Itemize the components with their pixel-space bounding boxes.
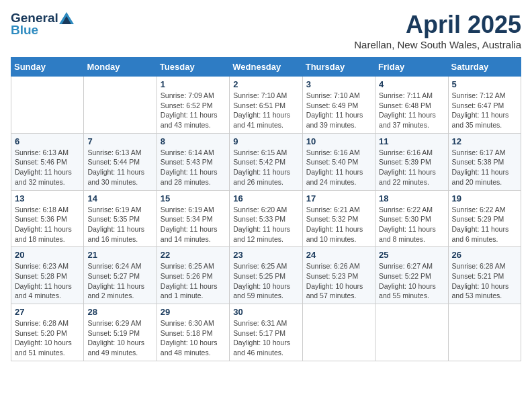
day-info: Sunrise: 6:28 AMSunset: 5:21 PMDaylight:… (452, 261, 517, 301)
calendar: SundayMondayTuesdayWednesdayThursdayFrid… (11, 57, 521, 361)
day-number: 13 (15, 193, 80, 203)
day-number: 14 (87, 193, 152, 203)
day-number: 19 (452, 193, 517, 203)
day-info: Sunrise: 6:20 AMSunset: 5:33 PMDaylight:… (233, 205, 298, 244)
week-row-3: 13Sunrise: 6:18 AMSunset: 5:36 PMDayligh… (11, 190, 521, 247)
calendar-cell: 14Sunrise: 6:19 AMSunset: 5:35 PMDayligh… (84, 190, 157, 247)
weekday-header-monday: Monday (84, 58, 157, 77)
week-row-4: 20Sunrise: 6:23 AMSunset: 5:28 PMDayligh… (11, 247, 521, 304)
calendar-cell: 2Sunrise: 7:10 AMSunset: 6:51 PMDaylight… (230, 77, 302, 134)
day-info: Sunrise: 6:24 AMSunset: 5:27 PMDaylight:… (87, 261, 152, 301)
subtitle: Narellan, New South Wales, Australia (354, 39, 521, 50)
title-area: April 2025 Narellan, New South Wales, Au… (354, 11, 521, 50)
calendar-cell: 1Sunrise: 7:09 AMSunset: 6:52 PMDaylight… (157, 77, 229, 134)
calendar-cell: 29Sunrise: 6:30 AMSunset: 5:18 PMDayligh… (157, 304, 229, 361)
day-info: Sunrise: 6:31 AMSunset: 5:17 PMDaylight:… (233, 318, 298, 358)
calendar-cell: 30Sunrise: 6:31 AMSunset: 5:17 PMDayligh… (230, 304, 302, 361)
calendar-cell: 13Sunrise: 6:18 AMSunset: 5:36 PMDayligh… (11, 190, 84, 247)
weekday-header-friday: Friday (375, 58, 448, 77)
calendar-cell (302, 304, 375, 361)
weekday-header-tuesday: Tuesday (157, 58, 229, 77)
calendar-cell: 18Sunrise: 6:22 AMSunset: 5:30 PMDayligh… (375, 190, 448, 247)
day-info: Sunrise: 6:16 AMSunset: 5:39 PMDaylight:… (379, 148, 444, 187)
calendar-cell: 9Sunrise: 6:15 AMSunset: 5:42 PMDaylight… (230, 133, 302, 190)
day-number: 21 (87, 250, 152, 260)
week-row-2: 6Sunrise: 6:13 AMSunset: 5:46 PMDaylight… (11, 133, 521, 190)
day-number: 29 (161, 307, 226, 317)
day-number: 20 (15, 250, 80, 260)
day-number: 12 (452, 136, 517, 146)
calendar-cell: 10Sunrise: 6:16 AMSunset: 5:40 PMDayligh… (302, 133, 375, 190)
calendar-cell (375, 304, 448, 361)
day-info: Sunrise: 6:30 AMSunset: 5:18 PMDaylight:… (161, 318, 226, 358)
calendar-cell: 24Sunrise: 6:26 AMSunset: 5:23 PMDayligh… (302, 247, 375, 304)
day-info: Sunrise: 6:13 AMSunset: 5:46 PMDaylight:… (15, 148, 80, 187)
day-info: Sunrise: 6:13 AMSunset: 5:44 PMDaylight:… (87, 148, 152, 187)
calendar-cell: 21Sunrise: 6:24 AMSunset: 5:27 PMDayligh… (84, 247, 157, 304)
day-number: 22 (161, 250, 226, 260)
day-number: 25 (379, 250, 444, 260)
day-info: Sunrise: 6:27 AMSunset: 5:22 PMDaylight:… (379, 261, 444, 301)
calendar-cell: 25Sunrise: 6:27 AMSunset: 5:22 PMDayligh… (375, 247, 448, 304)
day-info: Sunrise: 7:11 AMSunset: 6:48 PMDaylight:… (379, 91, 444, 130)
calendar-cell (84, 77, 157, 134)
day-number: 17 (306, 193, 371, 203)
weekday-header-sunday: Sunday (11, 58, 84, 77)
day-info: Sunrise: 6:19 AMSunset: 5:34 PMDaylight:… (161, 205, 226, 244)
calendar-cell: 20Sunrise: 6:23 AMSunset: 5:28 PMDayligh… (11, 247, 84, 304)
day-info: Sunrise: 6:22 AMSunset: 5:30 PMDaylight:… (379, 205, 444, 244)
header: General Blue April 2025 Narellan, New So… (11, 11, 521, 50)
day-number: 30 (233, 307, 298, 317)
calendar-cell: 4Sunrise: 7:11 AMSunset: 6:48 PMDaylight… (375, 77, 448, 134)
day-info: Sunrise: 7:10 AMSunset: 6:49 PMDaylight:… (306, 91, 371, 130)
calendar-cell: 19Sunrise: 6:22 AMSunset: 5:29 PMDayligh… (448, 190, 521, 247)
day-number: 28 (87, 307, 152, 317)
day-info: Sunrise: 6:14 AMSunset: 5:43 PMDaylight:… (161, 148, 226, 187)
day-number: 10 (306, 136, 371, 146)
logo-icon (59, 12, 74, 24)
calendar-cell: 22Sunrise: 6:25 AMSunset: 5:26 PMDayligh… (157, 247, 229, 304)
day-number: 3 (306, 79, 371, 89)
calendar-cell: 28Sunrise: 6:29 AMSunset: 5:19 PMDayligh… (84, 304, 157, 361)
day-info: Sunrise: 7:09 AMSunset: 6:52 PMDaylight:… (161, 91, 226, 130)
weekday-header-wednesday: Wednesday (230, 58, 302, 77)
day-number: 15 (161, 193, 226, 203)
day-number: 2 (233, 79, 298, 89)
calendar-cell: 7Sunrise: 6:13 AMSunset: 5:44 PMDaylight… (84, 133, 157, 190)
day-number: 1 (161, 79, 226, 89)
calendar-cell (448, 304, 521, 361)
calendar-cell: 17Sunrise: 6:21 AMSunset: 5:32 PMDayligh… (302, 190, 375, 247)
day-info: Sunrise: 6:28 AMSunset: 5:20 PMDaylight:… (15, 318, 80, 358)
day-number: 16 (233, 193, 298, 203)
day-number: 11 (379, 136, 444, 146)
week-row-5: 27Sunrise: 6:28 AMSunset: 5:20 PMDayligh… (11, 304, 521, 361)
day-info: Sunrise: 6:25 AMSunset: 5:26 PMDaylight:… (161, 261, 226, 301)
day-number: 6 (15, 136, 80, 146)
main-title: April 2025 (354, 11, 521, 39)
calendar-cell: 27Sunrise: 6:28 AMSunset: 5:20 PMDayligh… (11, 304, 84, 361)
day-info: Sunrise: 6:29 AMSunset: 5:19 PMDaylight:… (87, 318, 152, 358)
calendar-cell: 6Sunrise: 6:13 AMSunset: 5:46 PMDaylight… (11, 133, 84, 190)
calendar-cell: 15Sunrise: 6:19 AMSunset: 5:34 PMDayligh… (157, 190, 229, 247)
day-info: Sunrise: 6:15 AMSunset: 5:42 PMDaylight:… (233, 148, 298, 187)
day-number: 27 (15, 307, 80, 317)
calendar-cell (11, 77, 84, 134)
day-info: Sunrise: 7:12 AMSunset: 6:47 PMDaylight:… (452, 91, 517, 130)
day-number: 4 (379, 79, 444, 89)
day-number: 24 (306, 250, 371, 260)
day-number: 9 (233, 136, 298, 146)
day-number: 23 (233, 250, 298, 260)
day-number: 7 (87, 136, 152, 146)
day-number: 5 (452, 79, 517, 89)
day-info: Sunrise: 6:21 AMSunset: 5:32 PMDaylight:… (306, 205, 371, 244)
day-info: Sunrise: 6:23 AMSunset: 5:28 PMDaylight:… (15, 261, 80, 301)
day-info: Sunrise: 6:19 AMSunset: 5:35 PMDaylight:… (87, 205, 152, 244)
calendar-cell: 26Sunrise: 6:28 AMSunset: 5:21 PMDayligh… (448, 247, 521, 304)
calendar-cell: 5Sunrise: 7:12 AMSunset: 6:47 PMDaylight… (448, 77, 521, 134)
calendar-cell: 8Sunrise: 6:14 AMSunset: 5:43 PMDaylight… (157, 133, 229, 190)
weekday-header-thursday: Thursday (302, 58, 375, 77)
day-info: Sunrise: 7:10 AMSunset: 6:51 PMDaylight:… (233, 91, 298, 130)
day-info: Sunrise: 6:18 AMSunset: 5:36 PMDaylight:… (15, 205, 80, 244)
day-number: 26 (452, 250, 517, 260)
day-number: 18 (379, 193, 444, 203)
